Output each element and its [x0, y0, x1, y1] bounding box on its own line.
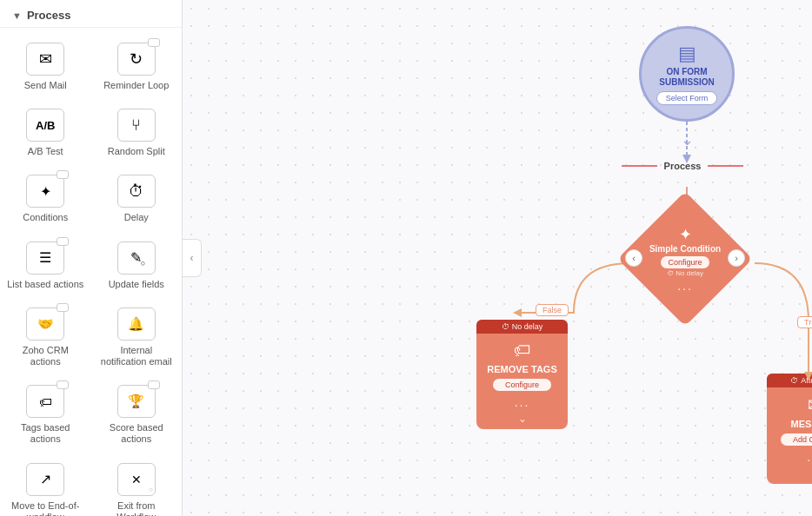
random-split-icon-box: ⑂ — [117, 109, 156, 142]
condition-nav-right[interactable]: › — [728, 249, 745, 267]
sidebar-item-label: Update fields — [109, 279, 164, 290]
send-mail-icon-box: ✉ — [26, 43, 64, 76]
sidebar-item-exit-workflow[interactable]: ✕ ○ Exit from Workflow — [91, 453, 183, 517]
sidebar-item-label: Delay — [124, 212, 149, 223]
ab-test-icon-box: A/B — [26, 109, 64, 142]
process-label-container: Process — [622, 161, 743, 171]
clock-icon-false: ⏱ — [502, 322, 509, 331]
sidebar-item-zoho-crm[interactable]: 🤝 Zoho CRM actions — [0, 298, 91, 375]
sidebar-item-label: Random Split — [108, 146, 165, 157]
collapse-sidebar-button[interactable]: ‹ — [183, 239, 202, 277]
process-label-text: Process — [657, 161, 709, 171]
false-delay-label: No delay — [512, 322, 543, 331]
message-icon: ✉ — [767, 394, 812, 415]
sidebar-item-label: Send Mail — [24, 80, 67, 91]
process-label-bar: Process — [622, 161, 743, 171]
condition-dots[interactable]: ... — [677, 279, 693, 293]
diamond-content: ✦ Simple Condition Configure ⏱ No delay … — [637, 211, 733, 307]
false-block-dots[interactable]: ... — [476, 395, 568, 409]
sidebar-item-label: Reminder Loop — [103, 80, 169, 91]
condition-configure-button[interactable]: Configure — [661, 256, 709, 268]
false-label: False — [536, 304, 569, 316]
bar-line-left — [622, 165, 657, 167]
sidebar-item-label: A/B Test — [28, 146, 63, 157]
clock-icon-true: ⏱ — [790, 376, 798, 385]
sidebar-item-label: Tags based actions — [6, 422, 85, 445]
sidebar-item-tags-based[interactable]: 🏷 Tags based actions — [0, 375, 91, 453]
sidebar-item-label: List based actions — [7, 279, 83, 290]
sidebar-item-internal-notif[interactable]: 🔔 Internal notification email — [91, 298, 183, 375]
sidebar-item-reminder-loop[interactable]: ↻ Reminder Loop — [91, 33, 183, 99]
false-configure-button[interactable]: Configure — [493, 379, 551, 391]
clock-icon: ⏱ — [667, 269, 674, 277]
sidebar-item-label: Move to End-of-workflow — [6, 500, 85, 517]
sidebar-item-delay[interactable]: ⏱ Delay — [91, 165, 183, 231]
trigger-title: ON FORM SUBMISSION — [642, 67, 732, 88]
reminder-loop-icon-box: ↻ — [117, 43, 156, 76]
tags-based-icon-box: 🏷 — [26, 385, 64, 418]
sidebar-item-label: Conditions — [23, 212, 68, 223]
score-based-icon-box: 🏆 — [117, 385, 156, 418]
condition-node[interactable]: ✦ Simple Condition Configure ⏱ No delay … — [637, 211, 733, 307]
false-delay-header: ⏱ No delay — [476, 320, 568, 334]
true-expand-button[interactable]: ⌄ — [767, 466, 812, 484]
true-delay-label: After 1 day — [801, 376, 812, 385]
update-fields-icon-box: ✎○ — [117, 241, 156, 275]
false-block-title: REMOVE TAGS — [476, 364, 568, 374]
sidebar-item-label: Internal notification email — [97, 345, 176, 367]
sidebar: ▼ Process ✉ Send Mail ↻ Reminder Loop A/… — [0, 0, 183, 516]
bar-line-right — [708, 165, 743, 167]
sidebar-item-label: Score based actions — [97, 422, 176, 445]
condition-nav-left[interactable]: ‹ — [625, 249, 642, 267]
sidebar-header: ▼ Process — [0, 0, 182, 28]
sidebar-grid: ✉ Send Mail ↻ Reminder Loop A/B A/B Test… — [0, 28, 182, 516]
sidebar-item-list-based[interactable]: ☰ List based actions — [0, 232, 91, 298]
false-expand-button[interactable]: ⌄ — [476, 411, 568, 429]
conditions-icon-box: ✦ — [26, 175, 64, 208]
down-arrow-trigger: ⌄ — [681, 130, 694, 149]
sidebar-item-label: Zoho CRM actions — [6, 345, 85, 367]
canvas: ‹ ▤ ON FORM SUBMISSION Select Form ⌄ Pro… — [183, 0, 812, 516]
trigger-node[interactable]: ▤ ON FORM SUBMISSION Select Form — [639, 26, 735, 122]
internal-notif-icon-box: 🔔 — [117, 308, 156, 341]
sidebar-title: Process — [27, 9, 71, 22]
sidebar-item-conditions[interactable]: ✦ Conditions — [0, 165, 91, 231]
true-block-title: MESSAGE — [767, 419, 812, 429]
add-content-button[interactable]: Add Content — [781, 433, 812, 446]
form-icon: ▤ — [678, 43, 696, 65]
sidebar-item-random-split[interactable]: ⑂ Random Split — [91, 99, 183, 165]
chevron-icon: ▼ — [12, 10, 22, 21]
simple-condition-icon: ✦ — [679, 225, 692, 244]
true-branch-block[interactable]: ⏱ After 1 day ✉ MESSAGE Add Content ... … — [767, 374, 812, 484]
true-block-dots[interactable]: ... — [767, 450, 812, 464]
sidebar-item-ab-test[interactable]: A/B A/B Test — [0, 99, 91, 165]
condition-title: Simple Condition — [649, 244, 721, 254]
tag-action-icon: 🏷 — [476, 341, 568, 361]
sidebar-item-move-to-end[interactable]: ↗ Move to End-of-workflow — [0, 453, 91, 517]
false-branch-block[interactable]: ⏱ No delay 🏷 REMOVE TAGS Configure ... ⌄ — [476, 320, 568, 429]
delay-icon-box: ⏱ — [117, 175, 156, 208]
select-form-button[interactable]: Select Form — [656, 91, 718, 105]
condition-delay: ⏱ No delay — [667, 269, 703, 277]
move-to-end-icon-box: ↗ — [26, 463, 64, 496]
svg-marker-4 — [513, 308, 522, 317]
true-label: True — [797, 316, 812, 328]
zoho-crm-icon-box: 🤝 — [26, 308, 64, 341]
sidebar-item-send-mail[interactable]: ✉ Send Mail — [0, 33, 91, 99]
list-based-icon-box: ☰ — [26, 241, 64, 275]
exit-workflow-icon-box: ✕ ○ — [117, 463, 156, 496]
sidebar-item-label: Exit from Workflow — [97, 500, 176, 517]
sidebar-item-update-fields[interactable]: ✎○ Update fields — [91, 232, 183, 298]
sidebar-item-score-based[interactable]: 🏆 Score based actions — [91, 375, 183, 453]
true-delay-header: ⏱ After 1 day — [767, 374, 812, 387]
